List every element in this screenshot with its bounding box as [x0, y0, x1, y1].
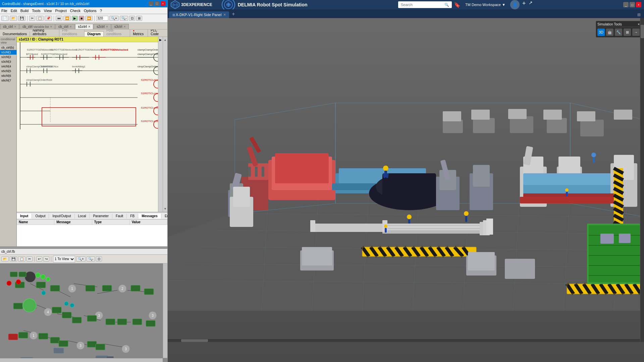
- dex-add-tab[interactable]: +: [229, 10, 237, 18]
- share-icon[interactable]: ↗: [529, 0, 533, 9]
- tree-item-s4chl[interactable]: s4chl(4: [0, 64, 16, 69]
- tree-item-cb-ctrlb[interactable]: cb_ctrl(b): [0, 45, 16, 50]
- btb-open[interactable]: 📂: [1, 256, 9, 261]
- doctab-postconditions[interactable]: Post-conditions: [104, 29, 130, 37]
- zoom-input[interactable]: [96, 16, 108, 21]
- tb-next[interactable]: ⏩: [85, 16, 93, 21]
- btb-fit[interactable]: ⊡: [96, 256, 102, 261]
- sim-tool-arrow[interactable]: →: [632, 28, 640, 36]
- svg-rect-117: [96, 344, 105, 350]
- user-icon[interactable]: 👤: [510, 0, 520, 9]
- minimize-button[interactable]: _: [149, 1, 153, 6]
- btb-save[interactable]: 💾: [10, 256, 17, 261]
- scroll-right[interactable]: ▲ ▼: [163, 37, 167, 212]
- 3dx-logo-icon: 3DS: [170, 0, 180, 9]
- menu-tools[interactable]: Tools: [32, 9, 41, 13]
- tree-item-s5chl[interactable]: s5chl(5: [0, 69, 16, 73]
- doctab-metrics[interactable]: ● Metrics: [130, 29, 148, 37]
- dex-tab-expand-icon[interactable]: ⊞: [635, 11, 643, 18]
- tb-play[interactable]: ▶: [72, 16, 78, 21]
- dex-maximize[interactable]: □: [630, 2, 635, 7]
- tb-save[interactable]: 💾: [18, 16, 25, 21]
- tb-cut[interactable]: ✂: [29, 16, 35, 21]
- subtab-local[interactable]: Local: [75, 214, 90, 219]
- tab-cbctrl2[interactable]: cb_ctrl×: [55, 24, 74, 29]
- tb-zoomout[interactable]: 🔍-: [120, 16, 128, 21]
- menu-build[interactable]: Build: [20, 9, 29, 13]
- subtab-fb[interactable]: FB: [127, 214, 138, 219]
- btb-zoomin[interactable]: 🔍+: [76, 256, 86, 261]
- doctab-naming[interactable]: Naming attributes: [30, 29, 59, 37]
- maximize-button[interactable]: □: [155, 1, 159, 6]
- dex-close[interactable]: ×: [636, 2, 641, 7]
- tree-panel: conditional view cb_ctrl(b) s1chl(1 s2ch…: [0, 37, 17, 246]
- btb-cut[interactable]: ✂: [26, 256, 33, 261]
- svg-rect-165: [543, 110, 562, 120]
- subtab-output[interactable]: Output: [32, 214, 49, 219]
- tb-fit[interactable]: ⊡: [129, 16, 135, 21]
- subtab-errors[interactable]: Errors: [161, 214, 167, 219]
- subtab-inputoutput[interactable]: Input/Output: [49, 214, 74, 219]
- tb-open[interactable]: 📂: [10, 16, 17, 21]
- tab-s3ctrl[interactable]: s3ctrl×: [111, 24, 129, 29]
- tree-item-s2chl[interactable]: s2chl(2: [0, 55, 16, 59]
- search-input[interactable]: [398, 1, 452, 8]
- doctab-diagram[interactable]: Diagram: [85, 31, 104, 37]
- sim-tools-close[interactable]: ×: [638, 22, 640, 26]
- scroll-expand[interactable]: ▶: [158, 37, 163, 212]
- tab-s2ctrl[interactable]: s2ctrl×: [94, 24, 111, 29]
- btb-redo[interactable]: ↪: [43, 256, 49, 261]
- menu-project[interactable]: Project: [55, 9, 67, 13]
- tree-item-s8chl[interactable]: s8chl(7: [0, 78, 16, 83]
- subtab-parameter[interactable]: Parameter: [90, 214, 112, 219]
- sim-tool-3d[interactable]: 3D: [597, 28, 605, 36]
- tb-paste[interactable]: 📌: [45, 16, 52, 21]
- tree-item-s6chl[interactable]: s6chl(6: [0, 73, 16, 78]
- view-select[interactable]: 1 To View 2 To View: [53, 256, 75, 262]
- dex-main-tab[interactable]: ⊞ X-DKP-V1-Right Side Panel ×: [169, 11, 229, 18]
- tab-s1ctrl[interactable]: s1ctrl×: [75, 24, 94, 29]
- subtab-input[interactable]: Input: [17, 214, 32, 219]
- tb-new[interactable]: 📄: [1, 16, 9, 21]
- tb-prev[interactable]: ⏪: [63, 16, 71, 21]
- menu-file[interactable]: File: [1, 9, 7, 13]
- tb-copy[interactable]: 📋: [36, 16, 44, 21]
- btb-undo[interactable]: ↩: [36, 256, 42, 261]
- subtab-messages[interactable]: Messages: [138, 214, 161, 219]
- close-button[interactable]: ×: [161, 1, 165, 6]
- doctab-preconditions[interactable]: Pre-conditions: [59, 29, 85, 37]
- btb-copy[interactable]: 📋: [18, 256, 25, 261]
- menu-edit[interactable]: Edit: [11, 9, 17, 13]
- btb-zoomout[interactable]: 🔍-: [87, 256, 95, 261]
- tb-begin[interactable]: ⏮: [56, 16, 62, 21]
- sim-tool-robot[interactable]: 🤖: [606, 28, 613, 36]
- subtab-fault[interactable]: Fault: [112, 214, 127, 219]
- workspace-selector[interactable]: TM Demo Workspace ▼: [465, 3, 505, 7]
- search-icon[interactable]: 🔍: [444, 3, 449, 7]
- viewport-scrollbar-h[interactable]: [168, 339, 640, 342]
- doctab-documentations[interactable]: Documentations: [0, 32, 30, 37]
- sim-tool-wrench[interactable]: 🔧: [615, 28, 622, 36]
- tb-stop[interactable]: ■: [79, 16, 84, 21]
- menu-help[interactable]: ?: [100, 9, 102, 13]
- tab-cbctrl1[interactable]: cb_ctrl×: [0, 24, 19, 29]
- add-icon[interactable]: +: [522, 0, 526, 9]
- tree-item-s1chl[interactable]: s1chl(1: [0, 50, 16, 55]
- svg-point-124: [42, 291, 46, 295]
- tree-item-s3chl[interactable]: s3chl(3: [0, 59, 16, 64]
- viewport-scrollbar-v[interactable]: [640, 18, 644, 342]
- dex-minimize[interactable]: _: [623, 2, 629, 7]
- tb-expand[interactable]: ⊞: [136, 16, 142, 21]
- tb-zoomin[interactable]: 🔍+: [109, 16, 119, 21]
- bottom-scroll-h[interactable]: [0, 358, 163, 362]
- bookmark-icon[interactable]: 🔖: [454, 2, 461, 8]
- bottom-scroll-v[interactable]: [163, 263, 167, 358]
- tab-varlist[interactable]: cb_ctrl Variable list×: [19, 24, 55, 29]
- svg-rect-189: [382, 173, 436, 200]
- menu-check[interactable]: Check: [70, 9, 80, 13]
- dex-tab-close-icon[interactable]: ×: [223, 12, 226, 17]
- doctab-plccode[interactable]: PLC Code: [148, 29, 167, 37]
- sim-tool-grid[interactable]: ⊞: [624, 28, 631, 36]
- menu-view[interactable]: View: [44, 9, 52, 13]
- menu-options[interactable]: Options: [84, 9, 97, 13]
